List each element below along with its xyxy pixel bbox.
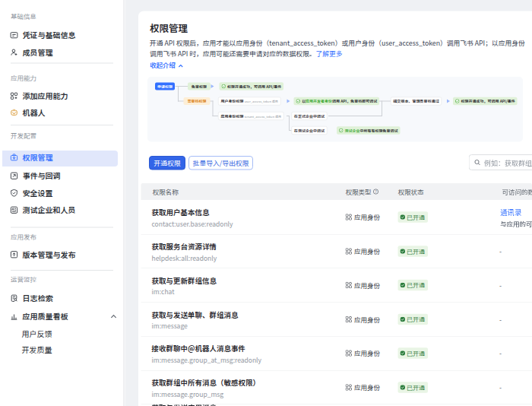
svg-text:?: ? [375,189,376,194]
